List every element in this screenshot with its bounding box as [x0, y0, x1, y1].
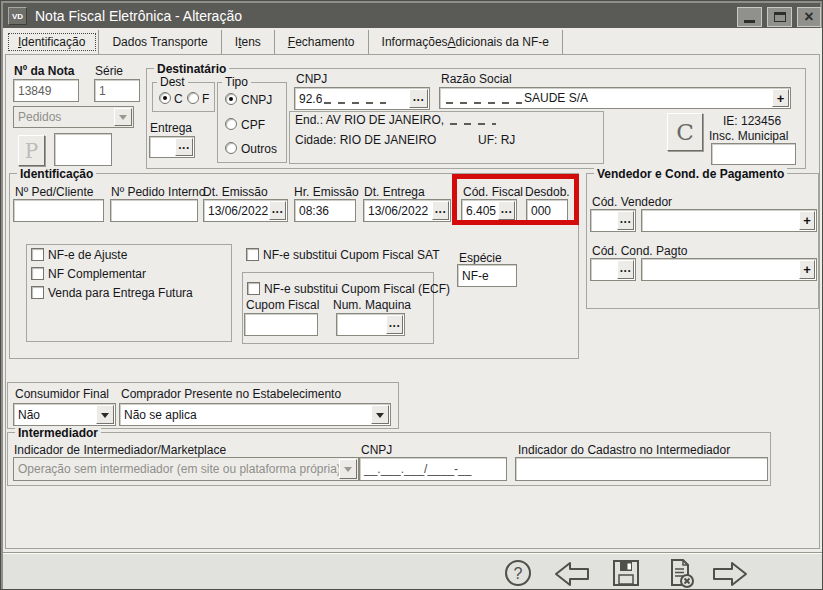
dt-entrega-field[interactable]: 13/06/2022 ... — [363, 199, 451, 222]
comprador-presente-select[interactable]: Não se aplica — [119, 403, 391, 426]
previous-button[interactable] — [554, 560, 590, 590]
tab-informacoes-adicionais[interactable]: Informações Adicionais da NF-e — [369, 30, 563, 54]
entrega-label: Entrega — [150, 122, 192, 135]
num-maquina-label: Num. Maquina — [333, 299, 411, 312]
radio-tipo-cpf-label: CPF — [241, 119, 265, 132]
window-title: Nota Fiscal Eletrônica - Alteração — [35, 8, 242, 24]
razao-social-add-button[interactable]: + — [772, 89, 789, 107]
app-logo-icon: VD — [8, 7, 27, 25]
save-button[interactable] — [612, 559, 640, 590]
num-maquina-lookup-button[interactable]: ... — [386, 315, 403, 334]
indicador-intermediador-select[interactable]: Operação sem intermediador (em site ou p… — [13, 457, 359, 481]
dt-emissao-label: Dt. Emissão — [203, 186, 268, 199]
uf-text: UF: RJ — [478, 134, 515, 147]
svg-text:?: ? — [514, 565, 523, 582]
ped-cliente-label: Nº Ped/Cliente — [15, 186, 93, 199]
endereco-text: End.: AV RIO DE JANEIRO, — [295, 114, 498, 127]
cod-fiscal-lookup-button[interactable]: ... — [498, 201, 515, 220]
p-button[interactable]: P — [18, 135, 45, 166]
next-button[interactable] — [712, 560, 748, 590]
checkbox-substitui-ecf-label: NF-e substitui Cupom Fiscal (ECF) — [264, 283, 450, 296]
checkbox-substitui-ecf[interactable] — [247, 282, 260, 295]
arrow-left-icon — [554, 560, 590, 588]
radio-tipo-outros[interactable] — [225, 142, 237, 154]
vendedor-add-button[interactable]: + — [799, 211, 815, 230]
consumidor-final-select[interactable]: Não — [13, 403, 116, 426]
intermediador-cnpj-label: CNPJ — [361, 444, 392, 457]
checkbox-substitui-sat-label: NF-e substitui Cupom Fiscal SAT — [263, 249, 440, 262]
nota-numero-field[interactable]: 13849 — [13, 79, 79, 102]
cond-pagto-lookup-button[interactable]: ... — [617, 260, 634, 279]
application-window: VD Nota Fiscal Eletrônica - Alteração × … — [0, 0, 823, 590]
checkbox-nfe-ajuste-label: NF-e de Ajuste — [48, 249, 127, 262]
help-button[interactable]: ? — [504, 559, 534, 590]
hr-emissao-field[interactable]: 08:36 — [294, 199, 356, 222]
desdob-label: Desdob. — [525, 186, 570, 199]
maximize-button[interactable] — [767, 7, 792, 27]
radio-dest-c[interactable] — [159, 92, 171, 104]
dt-entrega-label: Dt. Entrega — [364, 186, 425, 199]
close-button[interactable]: × — [797, 7, 821, 27]
dropdown-arrow-icon — [371, 405, 389, 424]
num-maquina-field[interactable]: ... — [336, 313, 405, 336]
cod-vendedor-label: Cód. Vendedor — [592, 196, 672, 209]
radio-dest-f[interactable] — [187, 92, 199, 104]
cod-vendedor-field[interactable]: ... — [590, 209, 636, 232]
tab-dados-transporte[interactable]: Dados Transporte — [99, 30, 221, 54]
close-icon: × — [804, 10, 813, 24]
insc-municipal-field[interactable] — [711, 143, 796, 165]
cnpj-lookup-button[interactable]: ... — [409, 89, 428, 108]
checkbox-nf-complementar[interactable] — [31, 267, 44, 280]
cod-vendedor-lookup-button[interactable]: ... — [617, 211, 634, 230]
tab-itens[interactable]: Itens — [222, 30, 275, 54]
pedido-interno-field[interactable] — [110, 199, 198, 222]
cod-fiscal-field[interactable]: 6.405 ... — [461, 199, 517, 222]
dt-emissao-field[interactable]: 13/06/2022 ... — [203, 199, 288, 222]
razao-social-field[interactable]: SAUDE S/A + — [439, 87, 791, 109]
redaction-box — [444, 91, 524, 106]
radio-tipo-cpf[interactable] — [225, 118, 237, 130]
serie-field[interactable]: 1 — [94, 79, 140, 102]
dt-entrega-picker-button[interactable]: ... — [432, 201, 449, 220]
hr-emissao-label: Hr. Emissão — [294, 186, 359, 199]
checkbox-venda-entrega-futura[interactable] — [31, 286, 44, 299]
cod-cond-pagto-field[interactable]: ... — [590, 258, 636, 281]
indicador-cadastro-field[interactable] — [515, 457, 768, 481]
dt-emissao-picker-button[interactable]: ... — [269, 201, 286, 220]
radio-dest-f-label: F — [202, 93, 209, 106]
radio-tipo-cnpj[interactable] — [225, 93, 237, 105]
cond-pagto-add-button[interactable]: + — [799, 260, 815, 279]
cod-fiscal-label: Cód. Fiscal — [463, 186, 523, 199]
minimize-button[interactable] — [737, 7, 762, 27]
vendedor-descricao-field[interactable]: + — [641, 209, 817, 232]
checkbox-nfe-ajuste[interactable] — [31, 248, 44, 261]
cnpj-field[interactable]: 92.6 ... — [294, 87, 430, 110]
ped-cliente-field[interactable] — [13, 199, 104, 222]
cond-pagto-descricao-field[interactable]: + — [641, 258, 817, 281]
c-button[interactable]: C — [667, 113, 703, 151]
pedidos-select[interactable]: Pedidos — [13, 106, 134, 128]
tipo-caption: Tipo — [222, 75, 251, 89]
title-bar: VD Nota Fiscal Eletrônica - Alteração × — [3, 3, 820, 28]
dest-caption: Dest — [157, 75, 188, 89]
desdob-field[interactable]: 000 — [526, 199, 568, 222]
checkbox-substitui-sat[interactable] — [246, 248, 259, 261]
consumidor-final-label: Consumidor Final — [15, 388, 109, 401]
tab-fechamento[interactable]: Fechamento — [275, 30, 369, 54]
minimize-icon — [744, 20, 755, 23]
tab-identificacao[interactable]: Identificação — [5, 30, 99, 54]
radio-dest-c-label: C — [174, 93, 183, 106]
especie-field[interactable]: NF-e — [457, 264, 517, 287]
cancel-document-button[interactable] — [665, 558, 697, 590]
cupom-fiscal-field[interactable] — [244, 313, 318, 336]
insc-municipal-label: Insc. Municipal — [709, 130, 788, 143]
intermediador-cnpj-field[interactable]: __.___.___/____-__ — [359, 457, 507, 481]
entrega-field[interactable]: ... — [149, 136, 195, 158]
nota-aux-field[interactable] — [54, 133, 112, 166]
dropdown-arrow-icon — [96, 405, 114, 424]
vendedor-group: Vendedor e Cond. de Pagamento — [586, 173, 819, 309]
arrow-right-icon — [712, 560, 748, 588]
tab-bar: Identificação Dados Transporte Itens Fec… — [5, 30, 563, 54]
checkbox-nf-complementar-label: NF Complementar — [48, 268, 146, 281]
entrega-lookup-button[interactable]: ... — [175, 138, 193, 156]
